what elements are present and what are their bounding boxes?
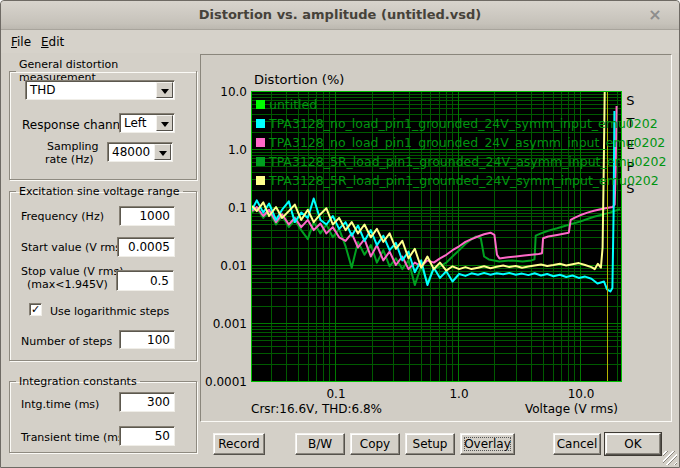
- response-channel-combo[interactable]: Left: [119, 113, 175, 133]
- measurement-type-combo[interactable]: THD: [25, 80, 175, 100]
- number-of-steps-label: Number of steps: [21, 335, 112, 348]
- legend-marker: [256, 138, 265, 147]
- menu-file[interactable]: File: [5, 33, 37, 50]
- legend-marker: [256, 119, 265, 128]
- group-integration-title: Integration constants: [16, 375, 140, 388]
- stop-value-field[interactable]: [116, 270, 174, 291]
- ok-button[interactable]: OK: [605, 433, 661, 455]
- stop-value-note: (max<1.945V): [27, 278, 108, 291]
- legend-label: TPA3128_no_load_pin1_grounded_24V_asymm_…: [269, 135, 665, 150]
- y-tick-label: 0.001: [203, 317, 247, 331]
- legend-label: TPA3128_5R_load_pin1_grounded_24V_symm_i…: [269, 173, 659, 188]
- legend-item: TPA3128_no_load_pin1_grounded_24V_symm_i…: [256, 114, 666, 133]
- y-tick-label: 1.0: [203, 143, 247, 157]
- frequency-label: Frequency (Hz): [21, 210, 104, 223]
- window-title: Distortion vs. amplitude (untitled.vsd): [1, 1, 679, 29]
- legend-label: untitled: [269, 97, 317, 112]
- dropdown-arrow-icon: [161, 89, 169, 94]
- sampling-rate-label-2: rate (Hz): [45, 153, 93, 166]
- legend-label: TPA3128_5R_load_pin1_grounded_24V_asymm_…: [269, 154, 666, 169]
- y-tick-label: 10.0: [203, 85, 247, 99]
- log-steps-label: Use logarithmic steps: [50, 305, 169, 318]
- sampling-rate-label-1: Sampling: [47, 140, 99, 153]
- sampling-rate-combo[interactable]: 48000: [107, 142, 173, 162]
- record-button[interactable]: Record: [213, 433, 265, 455]
- close-icon[interactable]: ×: [645, 5, 665, 25]
- legend-item: untitled: [256, 95, 666, 114]
- dropdown-arrow-icon: [159, 151, 167, 156]
- transient-time-field[interactable]: [119, 426, 175, 446]
- legend-marker: [256, 100, 265, 109]
- menu-edit[interactable]: Edit: [35, 33, 70, 50]
- overlay-button[interactable]: Overlay: [460, 433, 515, 455]
- legend-marker: [256, 157, 265, 166]
- y-tick-label: 0.0001: [203, 375, 247, 389]
- intg-time-label: Intg.time (ms): [21, 398, 99, 411]
- frequency-field[interactable]: [119, 206, 175, 226]
- x-tick-label: 0.1: [316, 387, 356, 401]
- stop-value-label: Stop value (V rms): [21, 265, 123, 278]
- dropdown-arrow-icon: [161, 122, 169, 127]
- x-tick-label: 1.0: [439, 387, 479, 401]
- title-bar[interactable]: Distortion vs. amplitude (untitled.vsd) …: [1, 1, 679, 30]
- transient-time-label: Transient time (ms): [21, 431, 128, 444]
- intg-time-field[interactable]: [119, 392, 175, 412]
- checkbox-check-icon: ✓: [31, 303, 40, 316]
- response-channel-value: Left: [124, 116, 147, 130]
- start-value-field[interactable]: [117, 237, 175, 257]
- cursor-readout: Crsr:16.6V, THD:6.8%: [251, 402, 382, 416]
- chart-legend: untitled TPA3128_no_load_pin1_grounded_2…: [256, 95, 666, 190]
- distortion-dialog: Distortion vs. amplitude (untitled.vsd) …: [0, 0, 680, 468]
- log-steps-checkbox[interactable]: ✓: [29, 303, 42, 316]
- sampling-rate-value: 48000: [112, 145, 150, 159]
- group-excitation-title: Excitation sine voltage range: [16, 185, 183, 198]
- legend-label: TPA3128_no_load_pin1_grounded_24V_symm_i…: [269, 116, 658, 131]
- legend-marker: [256, 176, 265, 185]
- chart-title: Distortion (%): [254, 72, 344, 87]
- legend-item: TPA3128_5R_load_pin1_grounded_24V_asymm_…: [256, 152, 666, 171]
- setup-button[interactable]: Setup: [405, 433, 455, 455]
- x-axis-label: Voltage (V rms): [525, 402, 618, 416]
- number-of-steps-field[interactable]: [119, 330, 175, 349]
- menu-bar: File Edit: [1, 30, 679, 53]
- y-tick-label: 0.01: [203, 259, 247, 273]
- y-tick-label: 0.1: [203, 201, 247, 215]
- start-value-label: Start value (V rms): [21, 241, 125, 254]
- response-channel-label: Response channel: [22, 118, 131, 132]
- copy-button[interactable]: Copy: [350, 433, 400, 455]
- cancel-button[interactable]: Cancel: [553, 433, 601, 455]
- legend-item: TPA3128_5R_load_pin1_grounded_24V_symm_i…: [256, 171, 666, 190]
- measurement-type-value: THD: [30, 83, 56, 97]
- bw-button[interactable]: B/W: [295, 433, 345, 455]
- resize-grip[interactable]: [663, 451, 677, 465]
- x-tick-label: 10.0: [561, 387, 601, 401]
- legend-item: TPA3128_no_load_pin1_grounded_24V_asymm_…: [256, 133, 666, 152]
